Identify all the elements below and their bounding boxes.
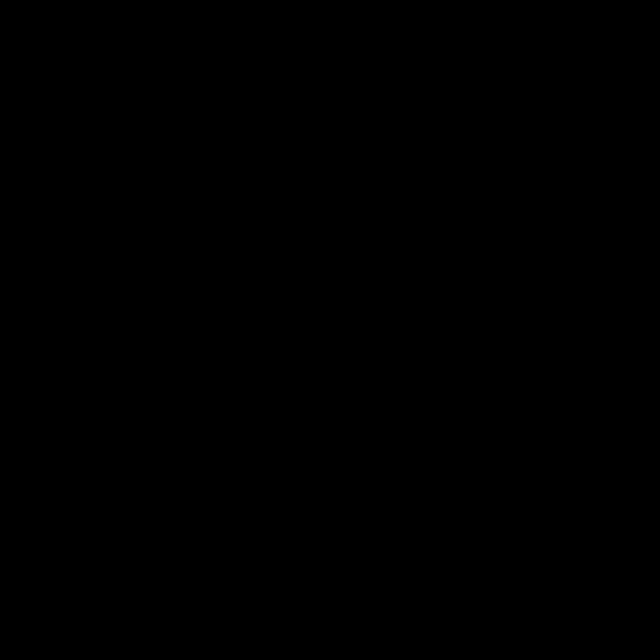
heatmap-canvas bbox=[36, 36, 608, 608]
marker-dot bbox=[33, 33, 39, 39]
heatmap-plot bbox=[36, 36, 608, 608]
crosshair-vertical bbox=[36, 36, 37, 608]
crosshair-horizontal bbox=[36, 36, 608, 37]
